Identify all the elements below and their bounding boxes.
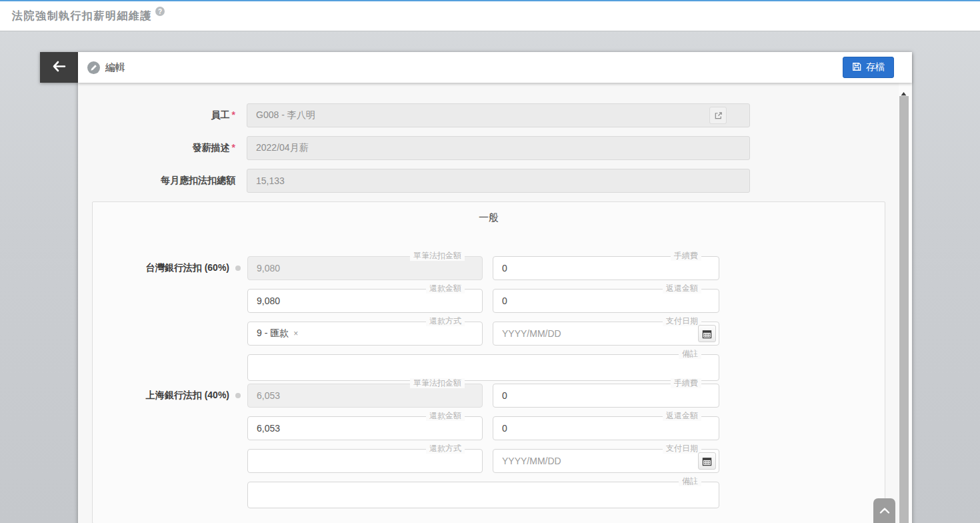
- single-amount-label: 單筆法扣金額: [410, 251, 465, 261]
- refund-amount-field[interactable]: 返還金額: [493, 416, 719, 440]
- memo-label: 備註: [679, 349, 701, 359]
- bank-group-taiwan: 台灣銀行法扣 (60%) 單筆法扣金額 手續費 還款金額: [93, 256, 885, 381]
- single-amount-field: 單筆法扣金額: [247, 256, 483, 280]
- fee-field[interactable]: 手續費: [493, 384, 719, 408]
- employee-field: [247, 103, 750, 127]
- status-dot-icon: [235, 393, 241, 398]
- payday-desc-label: 發薪描述*: [78, 142, 235, 154]
- chevron-up-icon: [879, 504, 890, 523]
- vertical-scrollbar[interactable]: [899, 83, 912, 523]
- calendar-icon[interactable]: [698, 452, 716, 470]
- repay-method-tag: 9 - 匯款: [257, 328, 289, 340]
- tag-remove-icon[interactable]: ×: [293, 329, 298, 338]
- scroll-to-top-button[interactable]: [873, 498, 895, 523]
- pencil-icon: [87, 61, 100, 74]
- bank-label: 台灣銀行法扣 (60%): [146, 262, 229, 274]
- repay-method-label: 還款方式: [426, 444, 465, 454]
- single-amount-field: 單筆法扣金額: [247, 384, 483, 408]
- section-title: 一般: [93, 211, 885, 224]
- help-icon[interactable]: ?: [155, 7, 165, 16]
- repay-amount-label: 還款金額: [426, 284, 465, 294]
- scrollbar-thumb[interactable]: [899, 96, 909, 523]
- monthly-total-label: 每月應扣法扣總額: [78, 175, 235, 187]
- required-asterisk: *: [232, 142, 235, 153]
- refund-amount-label: 返還金額: [663, 284, 701, 294]
- back-button[interactable]: [40, 52, 78, 83]
- employee-field-wrap: [247, 103, 750, 127]
- monthly-total-row: 每月應扣法扣總額: [78, 169, 899, 193]
- memo-field[interactable]: 備註: [247, 482, 719, 508]
- arrow-left-icon: [52, 61, 66, 75]
- repay-method-field[interactable]: 還款方式 9 - 匯款 ×: [247, 322, 483, 346]
- memo-label: 備註: [679, 476, 701, 486]
- fee-label: 手續費: [671, 251, 701, 261]
- monthly-total-field: [247, 169, 750, 193]
- general-section: 一般 台灣銀行法扣 (60%) 單筆法扣金額 手續費: [92, 201, 885, 523]
- edit-panel: 編輯 存檔 員工*: [78, 52, 912, 523]
- toolbar: 編輯 存檔: [78, 52, 912, 83]
- panel-title: 編輯: [105, 61, 125, 74]
- page-title: 法院強制執行扣薪明細維護: [12, 9, 152, 23]
- refund-amount-label: 返還金額: [663, 411, 701, 421]
- repay-method-label: 還款方式: [426, 316, 465, 326]
- pay-date-field[interactable]: 支付日期: [493, 449, 719, 473]
- calendar-icon[interactable]: [698, 325, 716, 342]
- bank-label: 上海銀行法扣 (40%): [146, 390, 229, 402]
- pay-date-field[interactable]: 支付日期: [493, 322, 719, 346]
- pay-date-label: 支付日期: [663, 316, 701, 326]
- fee-label: 手續費: [671, 378, 701, 388]
- payday-desc-field: [247, 136, 750, 160]
- external-link-icon[interactable]: [709, 107, 727, 124]
- save-button[interactable]: 存檔: [843, 57, 894, 78]
- employee-label: 員工*: [78, 109, 235, 121]
- payday-desc-row: 發薪描述*: [78, 136, 899, 160]
- fee-field[interactable]: 手續費: [493, 256, 719, 280]
- pay-date-label: 支付日期: [663, 444, 701, 454]
- page-header: 法院強制執行扣薪明細維護 ?: [0, 0, 980, 31]
- bank-group-shanghai: 上海銀行法扣 (40%) 單筆法扣金額 手續費 還款金額: [93, 384, 885, 508]
- floppy-disk-icon: [852, 62, 861, 73]
- form-content: 員工* 發薪描述*: [78, 83, 899, 523]
- repay-amount-field[interactable]: 還款金額: [247, 289, 483, 313]
- repay-amount-label: 還款金額: [426, 411, 465, 421]
- repay-amount-field[interactable]: 還款金額: [247, 416, 483, 440]
- status-dot-icon: [235, 266, 241, 271]
- refund-amount-field[interactable]: 返還金額: [493, 289, 719, 313]
- save-button-label: 存檔: [866, 61, 885, 73]
- employee-row: 員工*: [78, 103, 899, 127]
- repay-method-field[interactable]: 還款方式: [247, 449, 483, 473]
- single-amount-label: 單筆法扣金額: [410, 378, 465, 388]
- memo-field[interactable]: 備註: [247, 354, 719, 381]
- required-asterisk: *: [232, 109, 235, 120]
